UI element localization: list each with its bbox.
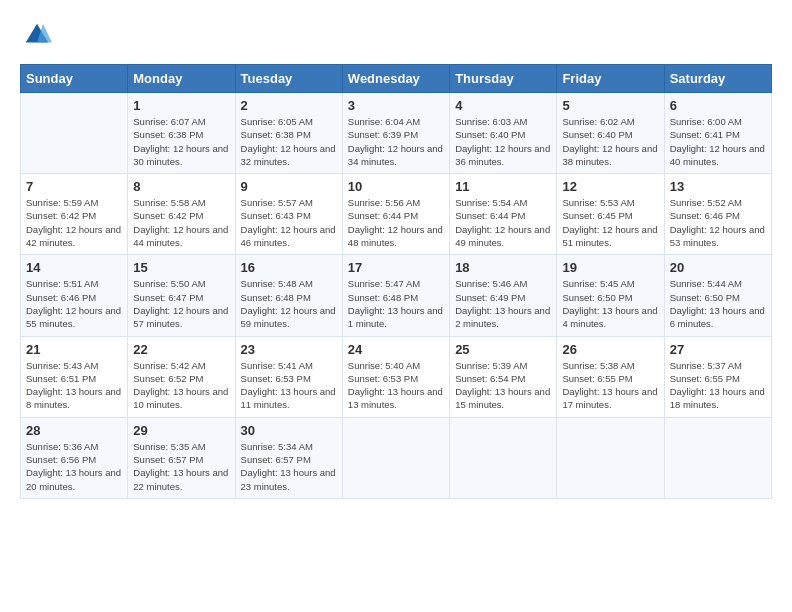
calendar-cell <box>664 417 771 498</box>
day-number: 13 <box>670 179 766 194</box>
day-number: 26 <box>562 342 658 357</box>
day-number: 16 <box>241 260 337 275</box>
calendar-cell: 9Sunrise: 5:57 AM Sunset: 6:43 PM Daylig… <box>235 174 342 255</box>
logo-icon <box>22 20 52 50</box>
calendar-week-row: 28Sunrise: 5:36 AM Sunset: 6:56 PM Dayli… <box>21 417 772 498</box>
calendar-cell: 5Sunrise: 6:02 AM Sunset: 6:40 PM Daylig… <box>557 93 664 174</box>
day-info: Sunrise: 5:53 AM Sunset: 6:45 PM Dayligh… <box>562 196 658 249</box>
day-info: Sunrise: 5:50 AM Sunset: 6:47 PM Dayligh… <box>133 277 229 330</box>
calendar-cell: 12Sunrise: 5:53 AM Sunset: 6:45 PM Dayli… <box>557 174 664 255</box>
day-number: 7 <box>26 179 122 194</box>
calendar-cell: 17Sunrise: 5:47 AM Sunset: 6:48 PM Dayli… <box>342 255 449 336</box>
day-number: 24 <box>348 342 444 357</box>
day-number: 3 <box>348 98 444 113</box>
calendar-cell: 26Sunrise: 5:38 AM Sunset: 6:55 PM Dayli… <box>557 336 664 417</box>
calendar-cell: 10Sunrise: 5:56 AM Sunset: 6:44 PM Dayli… <box>342 174 449 255</box>
day-number: 4 <box>455 98 551 113</box>
day-info: Sunrise: 5:35 AM Sunset: 6:57 PM Dayligh… <box>133 440 229 493</box>
calendar-cell: 27Sunrise: 5:37 AM Sunset: 6:55 PM Dayli… <box>664 336 771 417</box>
calendar-cell: 29Sunrise: 5:35 AM Sunset: 6:57 PM Dayli… <box>128 417 235 498</box>
calendar-cell: 16Sunrise: 5:48 AM Sunset: 6:48 PM Dayli… <box>235 255 342 336</box>
day-number: 15 <box>133 260 229 275</box>
calendar-week-row: 7Sunrise: 5:59 AM Sunset: 6:42 PM Daylig… <box>21 174 772 255</box>
calendar-week-row: 1Sunrise: 6:07 AM Sunset: 6:38 PM Daylig… <box>21 93 772 174</box>
day-info: Sunrise: 6:00 AM Sunset: 6:41 PM Dayligh… <box>670 115 766 168</box>
day-info: Sunrise: 5:52 AM Sunset: 6:46 PM Dayligh… <box>670 196 766 249</box>
day-info: Sunrise: 5:42 AM Sunset: 6:52 PM Dayligh… <box>133 359 229 412</box>
weekday-header-wednesday: Wednesday <box>342 65 449 93</box>
calendar-cell: 13Sunrise: 5:52 AM Sunset: 6:46 PM Dayli… <box>664 174 771 255</box>
day-number: 19 <box>562 260 658 275</box>
calendar-cell: 30Sunrise: 5:34 AM Sunset: 6:57 PM Dayli… <box>235 417 342 498</box>
day-info: Sunrise: 5:34 AM Sunset: 6:57 PM Dayligh… <box>241 440 337 493</box>
day-number: 2 <box>241 98 337 113</box>
calendar-cell: 3Sunrise: 6:04 AM Sunset: 6:39 PM Daylig… <box>342 93 449 174</box>
calendar-cell: 22Sunrise: 5:42 AM Sunset: 6:52 PM Dayli… <box>128 336 235 417</box>
calendar-week-row: 21Sunrise: 5:43 AM Sunset: 6:51 PM Dayli… <box>21 336 772 417</box>
calendar-cell: 23Sunrise: 5:41 AM Sunset: 6:53 PM Dayli… <box>235 336 342 417</box>
day-info: Sunrise: 5:43 AM Sunset: 6:51 PM Dayligh… <box>26 359 122 412</box>
calendar-cell: 24Sunrise: 5:40 AM Sunset: 6:53 PM Dayli… <box>342 336 449 417</box>
calendar-cell <box>557 417 664 498</box>
day-info: Sunrise: 5:59 AM Sunset: 6:42 PM Dayligh… <box>26 196 122 249</box>
day-number: 9 <box>241 179 337 194</box>
day-number: 10 <box>348 179 444 194</box>
day-info: Sunrise: 6:05 AM Sunset: 6:38 PM Dayligh… <box>241 115 337 168</box>
day-number: 1 <box>133 98 229 113</box>
weekday-header-sunday: Sunday <box>21 65 128 93</box>
day-info: Sunrise: 5:36 AM Sunset: 6:56 PM Dayligh… <box>26 440 122 493</box>
calendar-cell: 20Sunrise: 5:44 AM Sunset: 6:50 PM Dayli… <box>664 255 771 336</box>
day-info: Sunrise: 5:45 AM Sunset: 6:50 PM Dayligh… <box>562 277 658 330</box>
day-number: 20 <box>670 260 766 275</box>
day-info: Sunrise: 5:41 AM Sunset: 6:53 PM Dayligh… <box>241 359 337 412</box>
calendar-cell: 19Sunrise: 5:45 AM Sunset: 6:50 PM Dayli… <box>557 255 664 336</box>
calendar-cell: 11Sunrise: 5:54 AM Sunset: 6:44 PM Dayli… <box>450 174 557 255</box>
weekday-header-thursday: Thursday <box>450 65 557 93</box>
day-info: Sunrise: 5:58 AM Sunset: 6:42 PM Dayligh… <box>133 196 229 249</box>
day-number: 11 <box>455 179 551 194</box>
day-number: 30 <box>241 423 337 438</box>
calendar-cell: 1Sunrise: 6:07 AM Sunset: 6:38 PM Daylig… <box>128 93 235 174</box>
calendar-cell: 2Sunrise: 6:05 AM Sunset: 6:38 PM Daylig… <box>235 93 342 174</box>
calendar-cell <box>342 417 449 498</box>
day-info: Sunrise: 5:39 AM Sunset: 6:54 PM Dayligh… <box>455 359 551 412</box>
day-info: Sunrise: 5:47 AM Sunset: 6:48 PM Dayligh… <box>348 277 444 330</box>
day-info: Sunrise: 5:38 AM Sunset: 6:55 PM Dayligh… <box>562 359 658 412</box>
calendar-cell: 8Sunrise: 5:58 AM Sunset: 6:42 PM Daylig… <box>128 174 235 255</box>
day-number: 18 <box>455 260 551 275</box>
calendar-table: SundayMondayTuesdayWednesdayThursdayFrid… <box>20 64 772 499</box>
day-number: 17 <box>348 260 444 275</box>
day-info: Sunrise: 6:07 AM Sunset: 6:38 PM Dayligh… <box>133 115 229 168</box>
weekday-header-saturday: Saturday <box>664 65 771 93</box>
calendar-cell: 28Sunrise: 5:36 AM Sunset: 6:56 PM Dayli… <box>21 417 128 498</box>
day-info: Sunrise: 5:40 AM Sunset: 6:53 PM Dayligh… <box>348 359 444 412</box>
day-info: Sunrise: 5:54 AM Sunset: 6:44 PM Dayligh… <box>455 196 551 249</box>
calendar-cell: 18Sunrise: 5:46 AM Sunset: 6:49 PM Dayli… <box>450 255 557 336</box>
day-number: 12 <box>562 179 658 194</box>
calendar-cell: 14Sunrise: 5:51 AM Sunset: 6:46 PM Dayli… <box>21 255 128 336</box>
calendar-cell: 25Sunrise: 5:39 AM Sunset: 6:54 PM Dayli… <box>450 336 557 417</box>
page-header <box>20 20 772 54</box>
day-number: 25 <box>455 342 551 357</box>
day-number: 8 <box>133 179 229 194</box>
logo <box>20 20 56 54</box>
calendar-cell: 4Sunrise: 6:03 AM Sunset: 6:40 PM Daylig… <box>450 93 557 174</box>
calendar-cell: 21Sunrise: 5:43 AM Sunset: 6:51 PM Dayli… <box>21 336 128 417</box>
day-info: Sunrise: 6:03 AM Sunset: 6:40 PM Dayligh… <box>455 115 551 168</box>
day-info: Sunrise: 5:44 AM Sunset: 6:50 PM Dayligh… <box>670 277 766 330</box>
day-number: 21 <box>26 342 122 357</box>
day-info: Sunrise: 5:56 AM Sunset: 6:44 PM Dayligh… <box>348 196 444 249</box>
calendar-cell: 7Sunrise: 5:59 AM Sunset: 6:42 PM Daylig… <box>21 174 128 255</box>
day-number: 6 <box>670 98 766 113</box>
calendar-cell: 15Sunrise: 5:50 AM Sunset: 6:47 PM Dayli… <box>128 255 235 336</box>
day-number: 14 <box>26 260 122 275</box>
day-info: Sunrise: 5:37 AM Sunset: 6:55 PM Dayligh… <box>670 359 766 412</box>
weekday-header-row: SundayMondayTuesdayWednesdayThursdayFrid… <box>21 65 772 93</box>
calendar-cell <box>21 93 128 174</box>
day-info: Sunrise: 5:48 AM Sunset: 6:48 PM Dayligh… <box>241 277 337 330</box>
day-number: 29 <box>133 423 229 438</box>
weekday-header-tuesday: Tuesday <box>235 65 342 93</box>
calendar-week-row: 14Sunrise: 5:51 AM Sunset: 6:46 PM Dayli… <box>21 255 772 336</box>
day-number: 22 <box>133 342 229 357</box>
weekday-header-friday: Friday <box>557 65 664 93</box>
